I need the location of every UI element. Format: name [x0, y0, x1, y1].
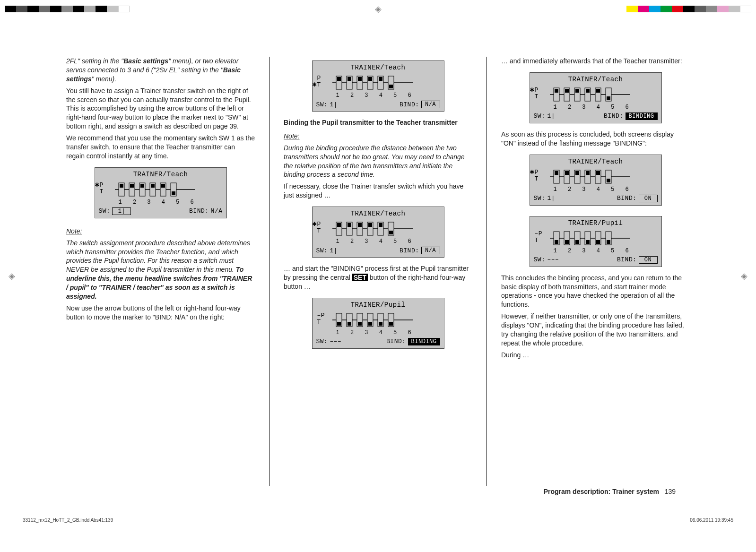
svg-rect-36 — [379, 223, 382, 227]
svg-rect-28 — [337, 223, 341, 227]
lcd-pupil-1: TRAINER/Pupil –P T 1 2 3 4 5 6 SW:––– BI… — [312, 298, 444, 349]
svg-rect-32 — [358, 223, 362, 227]
svg-rect-45 — [358, 322, 362, 326]
svg-rect-12 — [172, 191, 175, 195]
registration-mark-left: ◈ — [9, 271, 15, 281]
column-separator — [269, 57, 269, 486]
svg-rect-30 — [348, 223, 351, 227]
col2-p2: … and start the "BINDING" process first … — [284, 264, 472, 291]
column-1: 2FL" setting in the "Basic settings" men… — [66, 57, 255, 486]
col1-note-body: The switch assignment procedure describe… — [66, 239, 255, 301]
svg-rect-54 — [555, 89, 558, 93]
lcd-pupil-2: TRAINER/Pupil –P T 1 2 3 4 5 6 SW:––– BI… — [530, 216, 662, 267]
lcd-teach-4: TRAINER/Teach ✱P T 1 2 3 4 5 6 SW:1| BIN… — [530, 72, 662, 123]
col1-p3: We recommend that you use the momentary … — [66, 134, 255, 161]
col3-p2: As soon as this process is concluded, bo… — [501, 130, 690, 148]
svg-rect-82 — [565, 240, 569, 244]
col3-p3: This concludes the binding process, and … — [501, 274, 690, 310]
svg-rect-56 — [565, 89, 569, 93]
svg-rect-64 — [607, 96, 610, 100]
svg-rect-43 — [348, 322, 351, 326]
svg-rect-41 — [337, 322, 341, 326]
lcd-teach-2: TRAINER/Teach P ✱T 1 2 3 4 5 6 SW:1| BIN… — [312, 60, 444, 112]
print-color-bar: ◈ — [0, 4, 756, 14]
svg-rect-34 — [368, 223, 372, 227]
column-3: … and immediately afterwards that of the… — [501, 57, 690, 486]
svg-rect-19 — [358, 77, 362, 81]
svg-rect-88 — [596, 240, 600, 244]
svg-rect-25 — [389, 85, 393, 88]
svg-rect-10 — [161, 184, 165, 188]
svg-rect-60 — [586, 89, 590, 93]
registration-mark-right: ◈ — [741, 271, 747, 281]
svg-rect-4 — [130, 184, 134, 188]
svg-rect-6 — [140, 184, 144, 188]
svg-rect-62 — [596, 89, 600, 93]
svg-rect-73 — [586, 171, 590, 175]
column-2: TRAINER/Teach P ✱T 1 2 3 4 5 6 SW:1| BIN… — [284, 57, 472, 486]
svg-rect-23 — [379, 77, 382, 81]
lcd-teach-5: TRAINER/Teach ✱P T 1 2 3 4 5 6 SW:1| BIN… — [530, 155, 662, 206]
registration-mark-top: ◈ — [375, 4, 382, 14]
svg-rect-2 — [120, 184, 123, 188]
svg-rect-71 — [575, 171, 579, 175]
col2-note-head: Note: — [284, 132, 472, 141]
column-separator — [487, 57, 487, 486]
svg-rect-75 — [596, 171, 600, 175]
page-footer: Program description: Trainer system 139 — [544, 488, 676, 495]
svg-rect-47 — [368, 322, 372, 326]
col3-p5: During … — [501, 351, 690, 360]
col2-note-body: During the binding procedure the distanc… — [284, 144, 472, 180]
lcd-teach-3: TRAINER/Teach ✱P T 1 2 3 4 5 6 SW:1| BIN… — [312, 207, 444, 258]
svg-rect-67 — [555, 171, 558, 175]
svg-rect-69 — [565, 171, 569, 175]
col3-p4: However, if neither transmitter, or only… — [501, 312, 690, 348]
svg-rect-58 — [575, 89, 579, 93]
set-button-label: SET — [352, 274, 368, 281]
svg-rect-84 — [575, 240, 579, 244]
svg-rect-15 — [337, 77, 341, 81]
svg-rect-86 — [586, 240, 590, 244]
col1-p4: Now use the arrow buttons of the left or… — [66, 304, 255, 322]
col1-p1: 2FL" setting in the "Basic settings" men… — [66, 57, 255, 84]
svg-rect-17 — [348, 77, 351, 81]
col2-h1: Binding the Pupil transmitter to the Tea… — [284, 118, 472, 127]
svg-rect-90 — [607, 240, 610, 244]
lcd-teach-1: TRAINER/Teach ✱P T 1 2 3 4 5 6 SW:1| BIN… — [95, 167, 227, 218]
svg-rect-8 — [151, 184, 155, 188]
col2-p1: If necessary, close the Trainer transfer… — [284, 182, 472, 200]
svg-rect-38 — [389, 231, 393, 234]
col1-note-head: Note: — [66, 227, 255, 236]
col3-p1: … and immediately afterwards that of the… — [501, 57, 690, 66]
svg-rect-77 — [607, 179, 610, 182]
svg-rect-51 — [389, 322, 393, 326]
svg-rect-80 — [555, 240, 558, 244]
imprint-file: 33112_mx12_HoTT_2_GB.indd Abs41:139 — [23, 518, 113, 523]
imprint-timestamp: 06.06.2011 19:39:45 — [690, 518, 733, 523]
svg-rect-49 — [379, 322, 382, 326]
svg-rect-21 — [368, 77, 372, 81]
col1-p2: You still have to assign a Trainer trans… — [66, 86, 255, 131]
